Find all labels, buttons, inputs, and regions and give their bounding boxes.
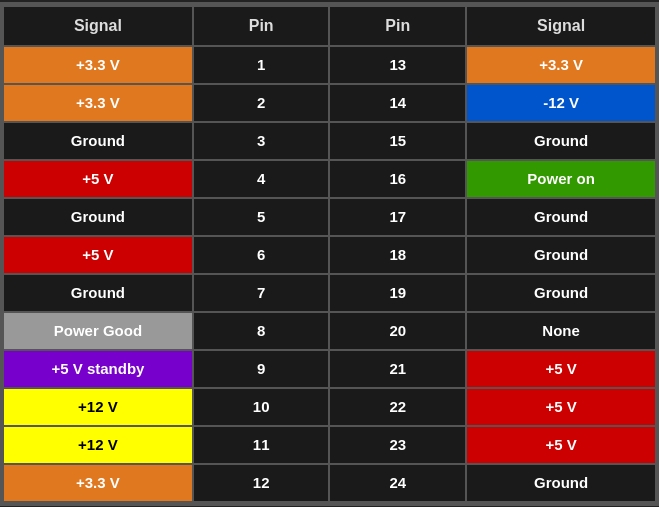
pin-left-cell: 7 [193, 274, 330, 312]
table-row: +5 V618Ground [3, 236, 656, 274]
right-signal-cell: Power on [466, 160, 656, 198]
right-signal-cell: Ground [466, 236, 656, 274]
atx-pinout-table: Signal Pin Pin Signal +3.3 V113+3.3 V+3.… [0, 2, 659, 506]
table-row: +3.3 V214-12 V [3, 84, 656, 122]
pin-left-cell: 6 [193, 236, 330, 274]
table-row: Power Good820None [3, 312, 656, 350]
left-signal-cell: Power Good [3, 312, 193, 350]
pin-right-cell: 13 [329, 46, 466, 84]
right-signal-cell: +5 V [466, 350, 656, 388]
header-pin-right: Pin [329, 6, 466, 46]
header-pin-left: Pin [193, 6, 330, 46]
table-row: +12 V1123+5 V [3, 426, 656, 464]
table-row: Ground719Ground [3, 274, 656, 312]
pin-left-cell: 2 [193, 84, 330, 122]
pin-right-cell: 16 [329, 160, 466, 198]
table-row: +3.3 V113+3.3 V [3, 46, 656, 84]
right-signal-cell: Ground [466, 464, 656, 502]
pin-left-cell: 8 [193, 312, 330, 350]
header-row: Signal Pin Pin Signal [3, 6, 656, 46]
pin-left-cell: 4 [193, 160, 330, 198]
left-signal-cell: +3.3 V [3, 84, 193, 122]
right-signal-cell: Ground [466, 198, 656, 236]
left-signal-cell: +3.3 V [3, 46, 193, 84]
left-signal-cell: Ground [3, 198, 193, 236]
pin-left-cell: 3 [193, 122, 330, 160]
header-signal-left: Signal [3, 6, 193, 46]
right-signal-cell: None [466, 312, 656, 350]
pin-right-cell: 15 [329, 122, 466, 160]
right-signal-cell: Ground [466, 122, 656, 160]
left-signal-cell: +3.3 V [3, 464, 193, 502]
table-row: +3.3 V1224Ground [3, 464, 656, 502]
left-signal-cell: +12 V [3, 426, 193, 464]
left-signal-cell: Ground [3, 122, 193, 160]
pin-right-cell: 14 [329, 84, 466, 122]
pin-right-cell: 21 [329, 350, 466, 388]
table-row: Ground517Ground [3, 198, 656, 236]
left-signal-cell: +12 V [3, 388, 193, 426]
left-signal-cell: +5 V [3, 160, 193, 198]
left-signal-cell: +5 V [3, 236, 193, 274]
right-signal-cell: +5 V [466, 388, 656, 426]
header-signal-right: Signal [466, 6, 656, 46]
table-row: +5 V416Power on [3, 160, 656, 198]
pin-left-cell: 11 [193, 426, 330, 464]
right-signal-cell: +3.3 V [466, 46, 656, 84]
right-signal-cell: Ground [466, 274, 656, 312]
pin-left-cell: 12 [193, 464, 330, 502]
pin-right-cell: 24 [329, 464, 466, 502]
pin-right-cell: 23 [329, 426, 466, 464]
right-signal-cell: +5 V [466, 426, 656, 464]
pin-right-cell: 20 [329, 312, 466, 350]
right-signal-cell: -12 V [466, 84, 656, 122]
pin-left-cell: 10 [193, 388, 330, 426]
pin-left-cell: 1 [193, 46, 330, 84]
pin-left-cell: 5 [193, 198, 330, 236]
pin-right-cell: 22 [329, 388, 466, 426]
pin-right-cell: 18 [329, 236, 466, 274]
left-signal-cell: Ground [3, 274, 193, 312]
pin-right-cell: 19 [329, 274, 466, 312]
pin-left-cell: 9 [193, 350, 330, 388]
left-signal-cell: +5 V standby [3, 350, 193, 388]
table-row: +12 V1022+5 V [3, 388, 656, 426]
table-row: +5 V standby921+5 V [3, 350, 656, 388]
pin-right-cell: 17 [329, 198, 466, 236]
table-row: Ground315Ground [3, 122, 656, 160]
